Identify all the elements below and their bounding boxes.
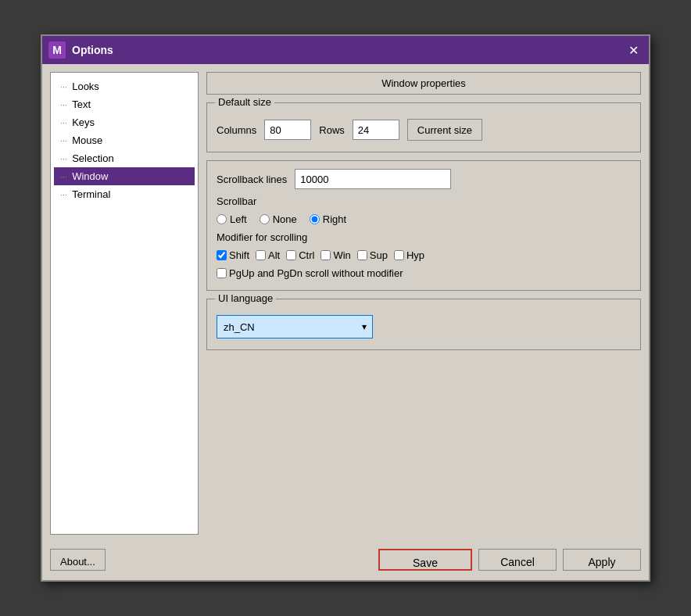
columns-label: Columns — [217, 124, 256, 136]
section-header: Window properties — [206, 72, 641, 95]
content-panel: Window properties Default size Columns R… — [206, 72, 641, 535]
apply-button[interactable]: Apply — [563, 549, 641, 571]
checkbox-shift-input[interactable] — [217, 250, 227, 260]
pgscroll-row: PgUp and PgDn scroll without modifier — [217, 267, 631, 279]
sidebar: ··· Looks ··· Text ··· Keys ··· Mouse ··… — [50, 72, 199, 535]
modifier-label-row: Modifier for scrolling — [217, 231, 631, 243]
cancel-button[interactable]: Cancel — [478, 549, 557, 571]
sidebar-item-keys[interactable]: ··· Keys — [54, 113, 195, 131]
checkbox-sup-input[interactable] — [357, 250, 367, 260]
rows-input[interactable] — [353, 120, 399, 140]
default-size-group: Default size Columns Rows Current size — [206, 102, 641, 152]
size-row: Columns Rows Current size — [217, 119, 631, 141]
current-size-button[interactable]: Current size — [407, 119, 482, 141]
checkbox-pgscroll-input[interactable] — [217, 268, 227, 278]
dialog-body: ··· Looks ··· Text ··· Keys ··· Mouse ··… — [42, 64, 649, 543]
checkbox-sup[interactable]: Sup — [357, 249, 388, 261]
columns-input[interactable] — [264, 120, 311, 140]
close-button[interactable]: ✕ — [624, 41, 643, 59]
sidebar-item-window[interactable]: ··· Window — [54, 167, 195, 185]
scrollbar-label: Scrollbar — [217, 195, 256, 207]
language-dropdown-wrapper: zh_CN en_US fr_FR de_DE ja_JP ▾ — [217, 315, 373, 338]
sidebar-item-text[interactable]: ··· Text — [54, 95, 195, 113]
checkbox-hyp[interactable]: Hyp — [394, 249, 424, 261]
scrollback-row: Scrollback lines — [217, 169, 631, 189]
scrollback-lines-label: Scrollback lines — [217, 174, 287, 185]
dialog-footer: About... Save Cancel Apply — [42, 543, 649, 580]
language-dropdown[interactable]: zh_CN en_US fr_FR de_DE ja_JP — [217, 315, 373, 338]
radio-none-input[interactable] — [260, 214, 270, 224]
radio-left-input[interactable] — [217, 214, 227, 224]
dialog-title: Options — [72, 44, 618, 56]
radio-none[interactable]: None — [260, 213, 297, 225]
checkbox-hyp-input[interactable] — [394, 250, 404, 260]
checkbox-ctrl[interactable]: Ctrl — [286, 249, 314, 261]
options-dialog: M Options ✕ ··· Looks ··· Text ··· Keys … — [41, 34, 650, 582]
app-icon: M — [48, 41, 66, 59]
rows-label: Rows — [319, 124, 345, 136]
checkbox-alt-input[interactable] — [256, 250, 266, 260]
about-button[interactable]: About... — [50, 549, 106, 571]
default-size-title: Default size — [215, 96, 274, 108]
checkbox-shift[interactable]: Shift — [217, 249, 249, 261]
modifier-checkboxes: Shift Alt Ctrl Win — [217, 249, 424, 261]
sidebar-item-selection[interactable]: ··· Selection — [54, 149, 195, 167]
checkbox-alt[interactable]: Alt — [256, 249, 280, 261]
checkbox-pgscroll[interactable]: PgUp and PgDn scroll without modifier — [217, 267, 403, 279]
save-button[interactable]: Save — [378, 549, 472, 571]
checkbox-win-input[interactable] — [320, 250, 331, 260]
scrollback-group: Scrollback lines Scrollbar Left Non — [206, 160, 641, 291]
footer-right-buttons: Save Cancel Apply — [378, 549, 641, 571]
language-select-wrapper: zh_CN en_US fr_FR de_DE ja_JP ▾ — [217, 315, 631, 338]
radio-left[interactable]: Left — [217, 213, 247, 225]
scrollback-lines-input[interactable] — [295, 169, 451, 189]
scrollbar-label-row: Scrollbar — [217, 195, 631, 207]
modifier-checkboxes-row: Shift Alt Ctrl Win — [217, 249, 631, 261]
sidebar-item-mouse[interactable]: ··· Mouse — [54, 131, 195, 149]
scrollbar-radio-row: Left None Right — [217, 213, 631, 225]
modifier-label: Modifier for scrolling — [217, 231, 307, 243]
scrollbar-radio-group: Left None Right — [217, 213, 346, 225]
checkbox-win[interactable]: Win — [320, 249, 350, 261]
sidebar-item-terminal[interactable]: ··· Terminal — [54, 185, 195, 203]
ui-language-group: UI language zh_CN en_US fr_FR de_DE ja_J… — [206, 299, 641, 350]
checkbox-ctrl-input[interactable] — [286, 250, 296, 260]
sidebar-item-looks[interactable]: ··· Looks — [54, 77, 195, 95]
radio-right-input[interactable] — [310, 214, 320, 224]
radio-right[interactable]: Right — [310, 213, 346, 225]
ui-language-title: UI language — [215, 292, 276, 304]
title-bar: M Options ✕ — [42, 36, 649, 64]
